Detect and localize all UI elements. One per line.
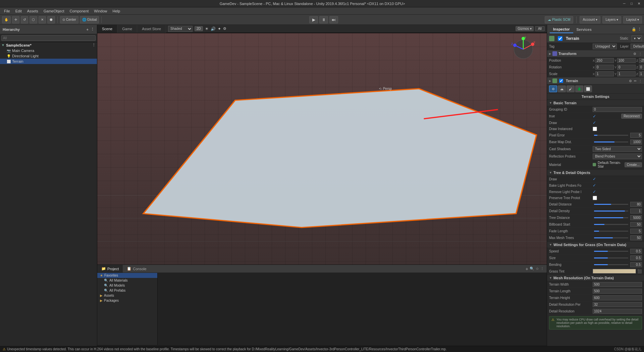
rotation-y-input[interactable] — [617, 65, 636, 70]
reconnect-button[interactable]: Reconnect — [621, 114, 642, 119]
reflection-probes-dropdown[interactable]: Blend Probes Off — [593, 154, 642, 159]
size-slider[interactable] — [594, 257, 628, 258]
hierarchy-scene-root[interactable]: ▼ SampleScene* ⋮ — [0, 42, 97, 48]
scale-z-input[interactable] — [639, 71, 644, 76]
global-toggle[interactable]: 🌐 Global — [80, 16, 99, 23]
bottom-tab-project[interactable]: 📁 Project — [97, 265, 123, 273]
shading-mode-dropdown[interactable]: Shaded Wireframe — [168, 26, 193, 32]
scene-tab-assetstore[interactable]: Asset Store — [137, 25, 166, 33]
hierarchy-item-terrain[interactable]: ⬜ Terrain — [0, 59, 97, 64]
menu-file[interactable]: File — [1, 8, 13, 14]
viewport[interactable]: <- Persp X Y — [97, 33, 547, 265]
account-dropdown[interactable]: Account ▾ — [580, 16, 600, 23]
project-all-models[interactable]: 🔍 All Models — [97, 283, 157, 288]
project-star-button[interactable]: ☆ — [536, 267, 539, 271]
close-button[interactable]: ✕ — [637, 1, 641, 6]
hierarchy-item-light[interactable]: 💡 Directional Light — [0, 53, 97, 59]
static-dropdown[interactable]: ▾ — [632, 36, 642, 41]
scale-x-input[interactable] — [595, 71, 614, 76]
project-all-materials[interactable]: 🔍 All Materials — [97, 278, 157, 283]
terrain-enabled-checkbox[interactable] — [559, 79, 563, 83]
hierarchy-add-button[interactable]: + — [87, 27, 89, 32]
detail-res-per-input[interactable] — [593, 302, 642, 307]
speed-slider[interactable] — [594, 251, 628, 252]
tree-distance-slider[interactable] — [594, 217, 628, 218]
menu-assets[interactable]: Assets — [24, 8, 41, 14]
position-z-input[interactable] — [639, 58, 644, 63]
menu-edit[interactable]: Edit — [13, 8, 24, 14]
grass-tint-picker-icon[interactable]: ⬛ — [637, 269, 642, 274]
cast-shadows-dropdown[interactable]: Two Sided On Off — [593, 146, 642, 152]
terrain-tool-paint[interactable]: 🖌 — [567, 85, 575, 92]
terrain-tool-paint-height[interactable]: ⛰ — [558, 85, 566, 92]
transform-component-header[interactable]: ▶ Transform ⚙ ⋮ — [547, 50, 644, 57]
terrain-edit-btn[interactable]: ✏ — [634, 79, 637, 83]
rotation-x-input[interactable] — [595, 65, 614, 70]
grass-tint-color[interactable] — [593, 269, 636, 274]
terrain-length-input[interactable] — [593, 289, 642, 294]
detail-res-input[interactable] — [593, 309, 642, 314]
tool-move[interactable]: ✛ — [12, 16, 19, 23]
scale-y-input[interactable] — [617, 71, 636, 76]
layout-dropdown[interactable]: Layout ▾ — [623, 16, 642, 23]
billboard-start-slider[interactable] — [594, 224, 628, 225]
base-map-dist-slider[interactable] — [594, 141, 628, 142]
project-favorites[interactable]: ★ Favorites — [97, 273, 157, 278]
project-add-button[interactable]: + — [526, 266, 528, 272]
menu-component[interactable]: Component — [67, 8, 91, 14]
terrain-tool-trees[interactable]: 🌲 — [575, 85, 583, 92]
inspector-lock-button[interactable]: 🔒 — [632, 27, 636, 32]
basic-terrain-section[interactable]: ▼ Basic Terrain — [547, 100, 644, 106]
inspector-menu-button[interactable]: ⋮ — [638, 27, 641, 32]
tag-dropdown[interactable]: Untagged — [593, 44, 617, 49]
transform-more-button[interactable]: ⋮ — [639, 52, 642, 56]
menu-window[interactable]: Window — [91, 8, 110, 14]
gizmos-button[interactable]: Gizmos ▾ — [516, 26, 534, 31]
maximize-button[interactable]: □ — [629, 1, 634, 6]
transform-settings-button[interactable]: ⚙ — [633, 52, 636, 56]
draw-instanced-checkbox[interactable] — [593, 127, 597, 131]
lighting-toggle[interactable]: ☀ — [205, 26, 209, 31]
menu-gameobject[interactable]: GameObject — [41, 8, 67, 14]
scene-tab-game[interactable]: Game — [117, 25, 137, 33]
project-assets[interactable]: ▶ Assets — [97, 293, 157, 298]
grouping-id-input[interactable] — [593, 107, 642, 112]
position-x-input[interactable] — [595, 58, 614, 63]
pivot-toggle[interactable]: ⊙ Center — [60, 16, 78, 23]
terrain-height-input[interactable] — [593, 295, 642, 300]
detail-density-slider[interactable] — [594, 211, 628, 212]
tool-rect[interactable]: ✕ — [39, 16, 46, 23]
hierarchy-menu-button[interactable]: ⋮ — [91, 27, 94, 32]
terrain-tool-details[interactable]: ⬜ — [584, 85, 592, 92]
project-all-prefabs[interactable]: 🔍 All Prefabs — [97, 288, 157, 293]
hierarchy-search-input[interactable] — [1, 35, 96, 41]
wind-section[interactable]: ▼ Wind Settings for Grass (On Terrain Da… — [547, 241, 644, 248]
bending-slider[interactable] — [594, 264, 628, 265]
audio-toggle[interactable]: 🔊 — [211, 26, 216, 31]
tool-scale[interactable]: ⬡ — [30, 16, 37, 23]
detail-distance-slider[interactable] — [594, 204, 628, 205]
tool-transform[interactable]: ⬢ — [47, 16, 55, 23]
layer-dropdown[interactable]: Default — [631, 44, 644, 49]
search-scene-input[interactable]: All — [535, 26, 545, 31]
plastic-scm-button[interactable]: ☁ Plastic SCM — [545, 16, 573, 23]
pause-button[interactable]: ⏸ — [319, 16, 328, 23]
terrain-more-btn[interactable]: ⋮ — [639, 79, 642, 83]
terrain-component-header[interactable]: ▶ Terrain ⚙ ✏ ⋮ — [547, 77, 644, 84]
object-enabled-checkbox[interactable] — [558, 36, 562, 41]
project-search-button[interactable]: 🔍 — [530, 267, 534, 271]
preserve-tree-checkbox[interactable] — [593, 196, 597, 200]
window-controls[interactable]: ─ □ ✕ — [622, 1, 641, 6]
hierarchy-item-camera[interactable]: 📷 Main Camera — [0, 48, 97, 53]
mesh-resolution-section[interactable]: ▼ Mesh Resolution (On Terrain Data) — [547, 275, 644, 281]
minimize-button[interactable]: ─ — [622, 1, 627, 6]
terrain-tool-settings[interactable]: ⚙ — [549, 85, 557, 92]
position-y-input[interactable] — [617, 58, 636, 63]
terrain-settings-btn[interactable]: ⚙ — [629, 79, 632, 83]
view-2d-button[interactable]: 2D — [195, 26, 203, 31]
menu-help[interactable]: Help — [110, 8, 123, 14]
terrain-width-input[interactable] — [593, 282, 642, 287]
project-options-button[interactable]: ⋮ — [540, 267, 544, 271]
tool-hand[interactable]: ✋ — [2, 16, 11, 23]
scene-settings[interactable]: ⚙ — [223, 26, 226, 31]
